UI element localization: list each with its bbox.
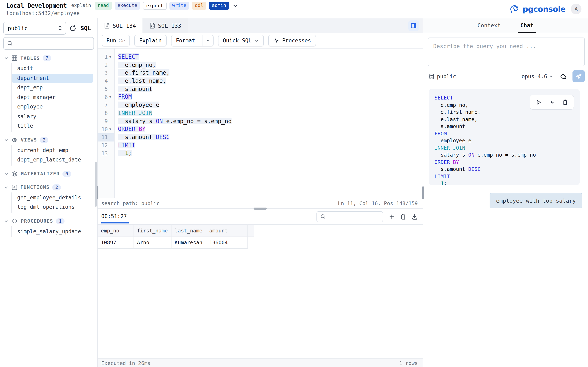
- table-cell[interactable]: Arno: [134, 236, 171, 248]
- sidebar-search[interactable]: [3, 37, 94, 50]
- permission-badge-read[interactable]: read: [95, 2, 112, 10]
- clear-chat-eraser-icon[interactable]: [560, 73, 567, 80]
- tree-item-title[interactable]: title: [12, 122, 93, 131]
- quick-sql-button[interactable]: Quick SQL: [218, 35, 264, 47]
- tree-item-employee[interactable]: employee: [12, 102, 93, 111]
- send-button[interactable]: [572, 70, 585, 82]
- code-line-3[interactable]: e.first_name,: [115, 69, 423, 77]
- tree-item-log_dml_operations[interactable]: log_dml_operations: [12, 203, 93, 212]
- horizontal-resize-handle[interactable]: [254, 208, 267, 210]
- code-line-4[interactable]: e.last_name,: [434, 116, 574, 123]
- code-line-13[interactable]: 1;: [115, 150, 423, 157]
- tree-item-dept_emp[interactable]: dept_emp: [12, 83, 93, 92]
- split-view-button[interactable]: [408, 20, 419, 31]
- chevron-down-icon[interactable]: [4, 219, 9, 223]
- chevron-down-icon[interactable]: [4, 56, 9, 60]
- code-line-2[interactable]: e.emp_no,: [115, 61, 423, 69]
- sidebar-resize-handle[interactable]: [97, 186, 98, 200]
- code-line-7[interactable]: employee e: [115, 101, 423, 109]
- connection-chevron-down-icon[interactable]: [233, 3, 238, 8]
- table-cell[interactable]: 10897: [98, 236, 134, 248]
- section-header-materialized[interactable]: MATERIALIZED0: [0, 169, 97, 179]
- code-line-6[interactable]: FROM: [115, 93, 423, 101]
- results-search[interactable]: [316, 211, 383, 222]
- code-line-6[interactable]: FROM: [434, 130, 574, 137]
- table-cell[interactable]: 136004: [206, 236, 247, 248]
- code-line-12[interactable]: LIMIT: [434, 173, 574, 180]
- section-header-procedures[interactable]: PROCEDURES1: [0, 216, 97, 226]
- format-button[interactable]: Format: [171, 35, 213, 47]
- tree-item-department[interactable]: department: [12, 74, 93, 83]
- permission-badge-export[interactable]: export: [143, 2, 166, 10]
- sidebar-search-input[interactable]: [16, 40, 90, 47]
- code-line-11[interactable]: s.amount DESC: [434, 166, 574, 173]
- code-line-5[interactable]: s.amount: [115, 85, 423, 93]
- code-line-9[interactable]: salary s ON e.emp_no = s.emp_no: [115, 117, 423, 125]
- permission-badge-admin[interactable]: admin: [209, 2, 229, 10]
- permission-badge-execute[interactable]: execute: [114, 2, 140, 10]
- tree-item-dept_emp_latest_date[interactable]: dept_emp_latest_date: [12, 155, 93, 165]
- chevron-down-icon[interactable]: [4, 171, 9, 176]
- prompt-input[interactable]: [428, 38, 585, 66]
- copy-snippet-icon[interactable]: [562, 99, 568, 105]
- tab-context[interactable]: Context: [475, 18, 503, 33]
- fold-arrow-icon[interactable]: ▼: [108, 55, 113, 59]
- sql-code-editor[interactable]: 1▼23456▼78910▼111213 SELECT e.emp_no, e.…: [98, 49, 423, 198]
- permission-badge-explain[interactable]: explain: [70, 2, 92, 10]
- column-header-first_name[interactable]: first_name: [134, 225, 171, 236]
- sql-mode-label[interactable]: SQL: [80, 25, 91, 31]
- tree-item-simple_salary_update[interactable]: simple_salary_update: [12, 227, 93, 236]
- processes-button[interactable]: Processes: [268, 35, 316, 47]
- code-line-10[interactable]: ORDER BY: [115, 125, 423, 133]
- tab-chat[interactable]: Chat: [518, 18, 536, 33]
- insert-snippet-icon[interactable]: [549, 99, 555, 105]
- section-header-views[interactable]: VIEWS2: [0, 135, 97, 145]
- code-line-8[interactable]: INNER JOIN: [434, 144, 574, 151]
- code-line-1[interactable]: SELECT: [115, 53, 423, 61]
- code-line-13[interactable]: 1;: [434, 180, 574, 187]
- sidebar-scrollbar[interactable]: [95, 162, 97, 207]
- copy-results-icon[interactable]: [400, 213, 406, 220]
- code-line-5[interactable]: s.amount: [434, 123, 574, 130]
- column-header-emp_no[interactable]: emp_no: [98, 225, 134, 236]
- run-button[interactable]: Run ⌘↩: [102, 35, 130, 47]
- permission-badge-write[interactable]: write: [169, 2, 189, 10]
- section-header-functions[interactable]: FUNCTIONS2: [0, 182, 97, 192]
- tab-sql-133[interactable]: SQL 133: [143, 18, 188, 33]
- editor-code[interactable]: SELECT e.emp_no, e.first_name, e.last_na…: [115, 49, 423, 198]
- code-line-7[interactable]: employee e: [434, 137, 574, 144]
- tab-sql-134[interactable]: SQL 134: [98, 18, 143, 33]
- explain-button[interactable]: Explain: [134, 35, 167, 47]
- tree-item-audit[interactable]: audit: [12, 64, 93, 73]
- user-avatar[interactable]: A: [571, 4, 581, 14]
- refresh-icon[interactable]: [69, 25, 76, 32]
- result-timer-tab[interactable]: 00:51:27: [101, 210, 129, 223]
- code-line-4[interactable]: e.last_name,: [115, 77, 423, 85]
- section-header-tables[interactable]: TABLES7: [0, 53, 97, 63]
- format-chevron-down-icon[interactable]: [202, 35, 213, 46]
- column-header-last_name[interactable]: last_name: [171, 225, 206, 236]
- tree-item-dept_manager[interactable]: dept_manager: [12, 93, 93, 102]
- code-line-12[interactable]: LIMIT: [115, 141, 423, 149]
- chevron-down-icon[interactable]: [4, 185, 9, 189]
- run-snippet-icon[interactable]: [536, 99, 541, 105]
- panel-resize-handle[interactable]: [422, 186, 424, 200]
- fold-arrow-icon[interactable]: ▼: [108, 96, 113, 99]
- download-results-icon[interactable]: [412, 213, 418, 220]
- model-select[interactable]: opus-4.6: [522, 73, 553, 79]
- code-line-8[interactable]: INNER JOIN: [115, 109, 423, 117]
- code-line-9[interactable]: salary s ON e.emp_no = s.emp_no: [434, 151, 574, 158]
- schema-select[interactable]: public: [3, 22, 66, 35]
- tree-item-current_dept_emp[interactable]: current_dept_emp: [12, 146, 93, 155]
- column-header-amount[interactable]: amount: [206, 225, 247, 236]
- tree-item-get_employee_details[interactable]: get_employee_details: [12, 193, 93, 202]
- code-line-11[interactable]: s.amount DESC: [115, 133, 423, 141]
- fold-arrow-icon[interactable]: ▼: [108, 128, 113, 131]
- add-result-tab-icon[interactable]: [389, 213, 395, 220]
- tree-item-salary[interactable]: salary: [12, 112, 93, 121]
- chevron-down-icon[interactable]: [4, 138, 9, 142]
- table-cell[interactable]: Kumaresan: [171, 236, 206, 248]
- code-line-10[interactable]: ORDER BY: [434, 158, 574, 166]
- permission-badge-ddl[interactable]: ddl: [192, 2, 207, 10]
- context-schema-chip[interactable]: public: [429, 73, 456, 79]
